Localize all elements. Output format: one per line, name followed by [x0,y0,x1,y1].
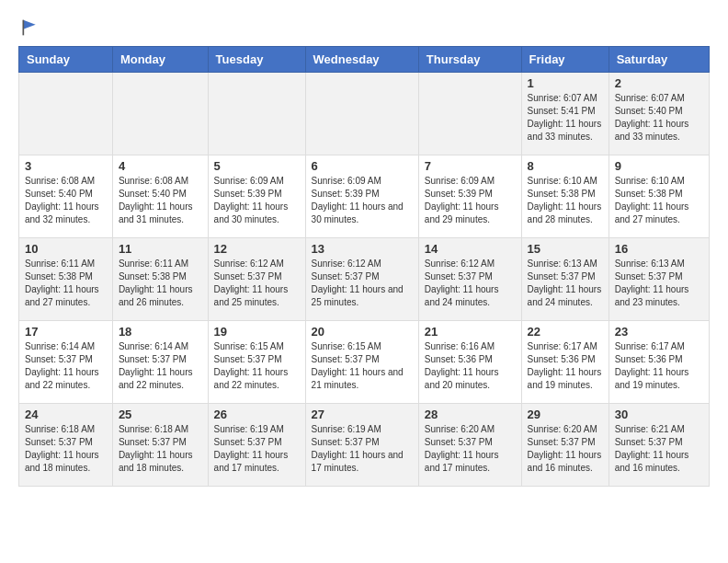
day-number: 4 [119,159,202,173]
day-number: 20 [312,325,413,339]
calendar-cell: 4Sunrise: 6:08 AM Sunset: 5:40 PM Daylig… [112,155,208,238]
calendar-cell [418,73,521,155]
day-number: 28 [425,408,516,421]
day-number: 30 [615,408,703,421]
calendar-cell: 9Sunrise: 6:10 AM Sunset: 5:38 PM Daylig… [609,155,709,238]
calendar-cell [112,73,208,155]
calendar-cell: 13Sunrise: 6:12 AM Sunset: 5:37 PM Dayli… [305,238,418,321]
day-of-week-header: Friday [521,47,609,73]
day-info: Sunrise: 6:20 AM Sunset: 5:37 PM Dayligh… [528,423,603,475]
calendar-header: SundayMondayTuesdayWednesdayThursdayFrid… [19,47,710,73]
day-number: 14 [425,242,516,256]
day-info: Sunrise: 6:19 AM Sunset: 5:37 PM Dayligh… [214,423,300,475]
calendar-cell: 7Sunrise: 6:09 AM Sunset: 5:39 PM Daylig… [418,155,521,238]
calendar-cell: 12Sunrise: 6:12 AM Sunset: 5:37 PM Dayli… [208,238,305,321]
day-number: 6 [312,159,413,173]
calendar-week-row: 3Sunrise: 6:08 AM Sunset: 5:40 PM Daylig… [19,155,710,238]
day-number: 3 [25,159,107,173]
calendar-cell: 24Sunrise: 6:18 AM Sunset: 5:37 PM Dayli… [19,404,113,487]
calendar-cell: 29Sunrise: 6:20 AM Sunset: 5:37 PM Dayli… [521,404,609,487]
day-info: Sunrise: 6:09 AM Sunset: 5:39 PM Dayligh… [312,175,413,226]
calendar-cell: 3Sunrise: 6:08 AM Sunset: 5:40 PM Daylig… [19,155,113,238]
calendar-cell: 23Sunrise: 6:17 AM Sunset: 5:36 PM Dayli… [609,321,709,404]
calendar-cell: 17Sunrise: 6:14 AM Sunset: 5:37 PM Dayli… [19,321,113,404]
svg-marker-0 [23,20,35,29]
day-info: Sunrise: 6:12 AM Sunset: 5:37 PM Dayligh… [312,258,413,309]
day-info: Sunrise: 6:07 AM Sunset: 5:40 PM Dayligh… [615,92,703,144]
calendar-table: SundayMondayTuesdayWednesdayThursdayFrid… [18,46,710,487]
day-number: 18 [119,325,202,339]
day-number: 23 [615,325,703,339]
day-number: 15 [528,242,603,256]
day-number: 22 [528,325,603,339]
day-info: Sunrise: 6:10 AM Sunset: 5:38 PM Dayligh… [615,175,703,226]
calendar-cell [19,73,113,155]
day-info: Sunrise: 6:15 AM Sunset: 5:37 PM Dayligh… [214,340,300,392]
day-of-week-header: Monday [112,47,208,73]
svg-rect-1 [23,20,25,36]
day-number: 25 [119,408,202,421]
day-info: Sunrise: 6:13 AM Sunset: 5:37 PM Dayligh… [615,258,703,309]
day-of-week-header: Tuesday [208,47,305,73]
calendar-cell: 26Sunrise: 6:19 AM Sunset: 5:37 PM Dayli… [208,404,305,487]
calendar-cell: 21Sunrise: 6:16 AM Sunset: 5:36 PM Dayli… [418,321,521,404]
day-info: Sunrise: 6:09 AM Sunset: 5:39 PM Dayligh… [214,175,300,226]
calendar-week-row: 17Sunrise: 6:14 AM Sunset: 5:37 PM Dayli… [19,321,710,404]
day-number: 17 [25,325,107,339]
day-number: 1 [528,76,603,90]
day-number: 8 [528,159,603,173]
day-number: 29 [528,408,603,421]
calendar-cell: 10Sunrise: 6:11 AM Sunset: 5:38 PM Dayli… [19,238,113,321]
day-number: 27 [312,408,413,421]
day-info: Sunrise: 6:18 AM Sunset: 5:37 PM Dayligh… [119,423,202,475]
calendar-cell: 18Sunrise: 6:14 AM Sunset: 5:37 PM Dayli… [112,321,208,404]
day-number: 9 [615,159,703,173]
day-number: 16 [615,242,703,256]
day-info: Sunrise: 6:08 AM Sunset: 5:40 PM Dayligh… [119,175,202,226]
day-number: 2 [615,76,703,90]
day-info: Sunrise: 6:21 AM Sunset: 5:37 PM Dayligh… [615,423,703,475]
day-number: 13 [312,242,413,256]
day-number: 26 [214,408,300,421]
calendar-cell: 30Sunrise: 6:21 AM Sunset: 5:37 PM Dayli… [609,404,709,487]
calendar-cell: 15Sunrise: 6:13 AM Sunset: 5:37 PM Dayli… [521,238,609,321]
calendar-cell: 25Sunrise: 6:18 AM Sunset: 5:37 PM Dayli… [112,404,208,487]
day-info: Sunrise: 6:17 AM Sunset: 5:36 PM Dayligh… [615,340,703,392]
day-number: 5 [214,159,300,173]
day-number: 7 [425,159,516,173]
day-header-row: SundayMondayTuesdayWednesdayThursdayFrid… [19,47,710,73]
header [18,18,710,37]
calendar-cell [305,73,418,155]
calendar-cell: 5Sunrise: 6:09 AM Sunset: 5:39 PM Daylig… [208,155,305,238]
calendar-cell: 11Sunrise: 6:11 AM Sunset: 5:38 PM Dayli… [112,238,208,321]
day-info: Sunrise: 6:07 AM Sunset: 5:41 PM Dayligh… [528,92,603,144]
day-of-week-header: Saturday [609,47,709,73]
calendar-cell: 27Sunrise: 6:19 AM Sunset: 5:37 PM Dayli… [305,404,418,487]
calendar-cell: 1Sunrise: 6:07 AM Sunset: 5:41 PM Daylig… [521,73,609,155]
day-number: 19 [214,325,300,339]
calendar-cell: 16Sunrise: 6:13 AM Sunset: 5:37 PM Dayli… [609,238,709,321]
calendar-cell: 22Sunrise: 6:17 AM Sunset: 5:36 PM Dayli… [521,321,609,404]
day-info: Sunrise: 6:18 AM Sunset: 5:37 PM Dayligh… [25,423,107,475]
calendar-cell: 28Sunrise: 6:20 AM Sunset: 5:37 PM Dayli… [418,404,521,487]
calendar-cell: 14Sunrise: 6:12 AM Sunset: 5:37 PM Dayli… [418,238,521,321]
calendar-week-row: 24Sunrise: 6:18 AM Sunset: 5:37 PM Dayli… [19,404,710,487]
day-number: 11 [119,242,202,256]
calendar-cell: 20Sunrise: 6:15 AM Sunset: 5:37 PM Dayli… [305,321,418,404]
logo-flag-icon [20,18,39,37]
calendar-cell: 6Sunrise: 6:09 AM Sunset: 5:39 PM Daylig… [305,155,418,238]
day-of-week-header: Sunday [19,47,113,73]
day-number: 12 [214,242,300,256]
calendar-week-row: 1Sunrise: 6:07 AM Sunset: 5:41 PM Daylig… [19,73,710,155]
calendar-cell: 2Sunrise: 6:07 AM Sunset: 5:40 PM Daylig… [609,73,709,155]
day-number: 24 [25,408,107,421]
day-info: Sunrise: 6:17 AM Sunset: 5:36 PM Dayligh… [528,340,603,392]
calendar-week-row: 10Sunrise: 6:11 AM Sunset: 5:38 PM Dayli… [19,238,710,321]
day-info: Sunrise: 6:11 AM Sunset: 5:38 PM Dayligh… [25,258,107,309]
logo [18,18,39,37]
day-info: Sunrise: 6:12 AM Sunset: 5:37 PM Dayligh… [425,258,516,309]
day-info: Sunrise: 6:08 AM Sunset: 5:40 PM Dayligh… [25,175,107,226]
calendar-cell: 19Sunrise: 6:15 AM Sunset: 5:37 PM Dayli… [208,321,305,404]
day-info: Sunrise: 6:11 AM Sunset: 5:38 PM Dayligh… [119,258,202,309]
day-info: Sunrise: 6:20 AM Sunset: 5:37 PM Dayligh… [425,423,516,475]
